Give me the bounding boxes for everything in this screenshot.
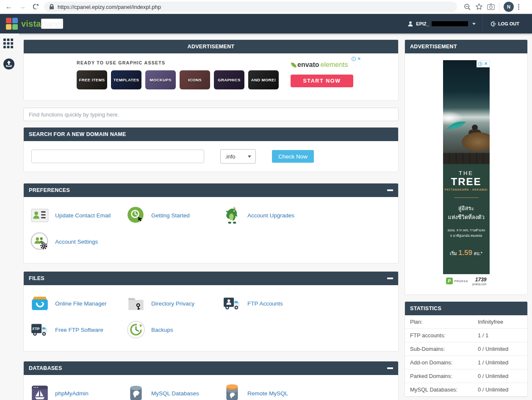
ad-brand-strip: P PRUKSA 1739 pruksa.com — [443, 274, 490, 288]
ad-phone-number: 1739 — [472, 277, 487, 283]
browser-actions: N — [464, 2, 519, 12]
main-column: ADVERTISEMENT READY TO USE GRAPHIC ASSET… — [23, 33, 399, 400]
item-update-contact-email[interactable]: Update Contact Email — [30, 206, 126, 225]
ftp-software-truck-icon: FTP — [30, 320, 50, 339]
backups-icon — [126, 320, 146, 339]
stat-value: 0 / Unlimited — [478, 386, 508, 393]
ad-tile-mockups[interactable]: MOCKUPS — [145, 70, 176, 89]
apps-grid-button[interactable] — [3, 39, 19, 50]
item-backups[interactable]: Backups — [126, 320, 222, 339]
stat-row-parked-domains: Parked Domains:0 / Unlimited — [405, 369, 527, 383]
grid-icon — [3, 39, 13, 48]
ad-tile-and-more[interactable]: AND MORE! — [248, 70, 279, 89]
upload-button[interactable] — [3, 58, 19, 71]
pruksa-logo-icon: P — [446, 278, 453, 284]
logout-button[interactable]: LOG OUT — [482, 14, 526, 33]
check-now-button[interactable]: Check Now — [272, 150, 314, 163]
browser-refresh-button[interactable] — [30, 1, 42, 12]
ad-close-icon[interactable]: ✕ — [484, 61, 488, 67]
browser-back-button[interactable]: ← — [3, 1, 14, 12]
ad-text-block: THE TREE PATTANAKARN - EKKAMAI สู่อิสระ … — [443, 164, 490, 274]
zoom-icon[interactable] — [464, 3, 471, 11]
start-now-button[interactable]: START NOW — [291, 75, 353, 87]
main-ad-panel: ADVERTISEMENT READY TO USE GRAPHIC ASSET… — [23, 39, 399, 101]
domain-search-header: SEARCH FOR A NEW DOMAIN NAME — [24, 128, 398, 141]
ad-tiles: FREE ITEMS TEMPLATES MOCKUPS ICONS GRAPH… — [77, 70, 279, 89]
ad-tile-free-items[interactable]: FREE ITEMS — [77, 70, 107, 89]
bookmark-star-icon[interactable] — [475, 3, 483, 11]
browser-menu-icon[interactable] — [518, 4, 519, 10]
tld-selected-value: .info — [225, 153, 236, 160]
tree-condo-ad[interactable]: i ✕ THE TREE PATTANAKARN - EKKAMAI สู่อิ… — [443, 60, 490, 288]
stat-row-sub-domains: Sub-Domains:0 / Unlimited — [405, 342, 527, 356]
url-bar[interactable]: https://cpanel.epizy.com/panel/indexpl.p… — [44, 2, 457, 12]
databases-header: DATABASES — [24, 361, 398, 375]
tld-select[interactable]: .info — [220, 149, 256, 164]
files-panel: FILES Online File Manager — [23, 271, 399, 352]
username-text: EPIZ_ — [416, 21, 429, 26]
vistapanel-logo: vistapanel — [6, 18, 63, 30]
refresh-icon — [33, 4, 39, 10]
brand-text: vistapanel — [21, 19, 63, 29]
feather-graphic — [446, 119, 468, 131]
right-ad-panel: ADVERTISEMENT i — [405, 39, 528, 295]
item-phpmyadmin[interactable]: phpMyAdmin — [30, 383, 126, 400]
file-manager-icon — [30, 294, 50, 313]
statistics-panel: STATISTICS Plan:Infinityfree FTP account… — [405, 301, 528, 397]
adchoices-info-icon[interactable]: i — [352, 57, 356, 61]
ad-website: pruksa.com — [472, 283, 487, 286]
logo-squares-icon — [6, 18, 18, 30]
item-account-upgrades[interactable]: Account Upgrades — [222, 206, 319, 225]
browser-forward-button[interactable]: → — [17, 1, 28, 12]
browser-profile-avatar[interactable]: N — [504, 2, 514, 12]
phpmyadmin-icon — [30, 383, 50, 400]
item-directory-privacy[interactable]: Directory Privacy — [126, 294, 222, 313]
ad-nest-graphic — [462, 132, 490, 152]
ad-tagline: READY TO USE GRAPHIC ASSETS — [77, 60, 165, 65]
top-navbar: vistapanel EPIZ_ LOG OUT — [0, 14, 532, 33]
mysql-database-icon — [126, 383, 146, 400]
item-mysql-databases[interactable]: MySQL Databases — [126, 383, 222, 400]
browser-chrome: ← → https://cpanel.epizy.com/panel/index… — [0, 0, 532, 14]
collapse-button[interactable] — [387, 367, 393, 369]
item-remote-mysql[interactable]: Remote MySQL — [222, 383, 319, 400]
svg-text:FTP: FTP — [33, 327, 40, 331]
domain-name-input[interactable] — [31, 150, 204, 163]
camera-extension-icon[interactable] — [487, 3, 495, 10]
stat-row-addon-domains: Add-on Domains:1 / Unlimited — [405, 356, 527, 369]
upload-icon — [3, 58, 14, 69]
stat-value: 0 / Unlimited — [478, 346, 508, 352]
quick-find-input[interactable] — [23, 108, 399, 121]
adchoices-info-icon[interactable]: i — [478, 62, 482, 66]
contact-card-icon — [30, 206, 50, 225]
right-ad-header: ADVERTISEMENT — [405, 40, 527, 53]
preferences-header: PREFERENCES — [24, 183, 398, 197]
stat-value: 0 / Unlimited — [478, 373, 508, 379]
envato-leaf-icon — [291, 61, 296, 68]
preferences-panel: PREFERENCES Update Contact Email — [23, 183, 399, 264]
ad-tile-icons[interactable]: ICONS — [180, 70, 210, 89]
logout-label: LOG OUT — [498, 21, 519, 26]
user-dropdown[interactable]: EPIZ_ — [401, 14, 482, 33]
remote-mysql-icon — [222, 383, 242, 400]
item-online-file-manager[interactable]: Online File Manager — [30, 294, 126, 313]
item-ftp-accounts[interactable]: FTP Accounts — [222, 294, 319, 313]
stat-row-plan: Plan:Infinityfree — [405, 315, 527, 329]
collapse-button[interactable] — [387, 189, 393, 191]
ad-close-icon[interactable]: ✕ — [357, 57, 361, 61]
envato-logo[interactable]: envato elements — [291, 61, 358, 69]
collapse-button[interactable] — [387, 278, 393, 279]
item-account-settings[interactable]: Account Settings — [30, 232, 126, 251]
item-free-ftp-software[interactable]: FTP Free FTP Software — [30, 320, 126, 339]
ad-tile-graphics[interactable]: GRAPHICS — [214, 70, 244, 89]
user-icon — [407, 21, 413, 27]
main-ad-header: ADVERTISEMENT — [24, 40, 398, 53]
item-getting-started[interactable]: Getting Started — [126, 206, 222, 225]
adchoices-controls: i ✕ — [352, 57, 361, 61]
ad-tile-templates[interactable]: TEMPLATES — [111, 70, 141, 89]
username-redaction — [432, 21, 468, 26]
ad-photo: i ✕ — [443, 60, 490, 164]
files-header: FILES — [24, 272, 398, 285]
statistics-header: STATISTICS — [405, 302, 527, 315]
getting-started-icon — [126, 206, 146, 225]
